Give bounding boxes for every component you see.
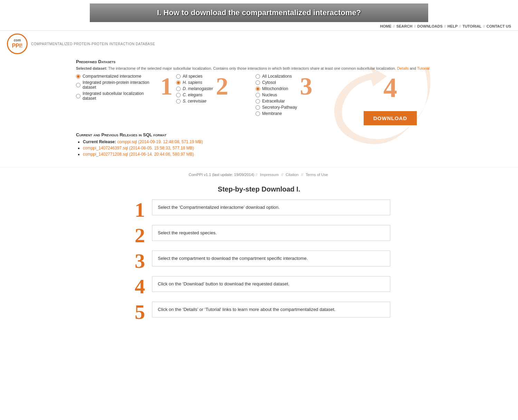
- logo-icon: com PPI!: [7, 33, 28, 54]
- nav-help[interactable]: HELP: [448, 24, 458, 28]
- loc-radio-nucleus[interactable]: [256, 93, 260, 97]
- nav-sep-1: //: [393, 24, 395, 28]
- step-num-4: 4: [383, 74, 397, 101]
- step-big-num-5: 5: [128, 302, 152, 322]
- sql-release-3-link[interactable]: comppi_1402771208.sql (2014-06-14. 20:44…: [83, 152, 194, 157]
- sql-release-1-link[interactable]: comppi.sql (2014-09-19. 12:48:08, 571.19…: [117, 139, 203, 144]
- col-species: All species H. sapiens D. melanogaster C…: [176, 74, 252, 105]
- top-navigation: HOME // SEARCH // DOWNLOADS // HELP // T…: [0, 22, 518, 31]
- species-option-worm[interactable]: C. elegans: [176, 92, 213, 97]
- species-option-human[interactable]: H. sapiens: [176, 80, 213, 85]
- sql-release-2: comppi_1407246397.sql (2014-08-05. 15:58…: [83, 146, 442, 150]
- species-radio-fly[interactable]: [176, 87, 181, 91]
- step-big-num-2: 2: [128, 225, 152, 246]
- footer-terms[interactable]: Terms of Use: [306, 173, 328, 177]
- loc-option-mito[interactable]: Mitochondrion: [256, 86, 297, 91]
- loc-option-membrane[interactable]: Membrane: [256, 111, 297, 116]
- loc-radio-cytosol[interactable]: [256, 80, 260, 85]
- species-radio-group: All species H. sapiens D. melanogaster C…: [176, 74, 213, 105]
- dataset-description: Selected dataset: The interactome of the…: [76, 66, 442, 70]
- nav-home[interactable]: HOME: [380, 24, 392, 28]
- sql-release-1: Current Release: comppi.sql (2014-09-19.…: [83, 139, 442, 144]
- step-box-4: Click on the ‘Download’ button to downlo…: [152, 276, 390, 292]
- download-button[interactable]: DOWNLOAD: [364, 111, 417, 125]
- sql-release-2-link[interactable]: comppi_1407246397.sql (2014-08-05. 15:58…: [83, 146, 194, 150]
- step-box-2: Select the requested species.: [152, 225, 390, 241]
- step-row-4: 4 Click on the ‘Download’ button to down…: [128, 276, 390, 297]
- predefined-datasets-section: Predefined Datasets Selected dataset: Th…: [76, 59, 442, 125]
- loc-radio-mito[interactable]: [256, 87, 260, 91]
- step-box-3: Select the compartment to download the c…: [152, 251, 390, 266]
- loc-option-cytosol[interactable]: Cytosol: [256, 80, 297, 85]
- step-big-num-3: 3: [128, 251, 152, 271]
- step-row-5: 5 Click on the ‘Details’ or ‘Tutorial’ l…: [128, 302, 390, 322]
- footer-version: ComPPI v1.1 (last update: 19/09/2014): [189, 173, 254, 177]
- footer: ComPPI v1.1 (last update: 19/09/2014) //…: [0, 167, 518, 182]
- loc-option-all[interactable]: All Localizations: [256, 74, 297, 79]
- species-radio-worm[interactable]: [176, 93, 181, 97]
- step-row-3: 3 Select the compartment to download the…: [128, 251, 390, 271]
- logo-ppi: PPI!: [12, 42, 22, 49]
- step-big-num-4: 4: [128, 276, 152, 297]
- loc-option-nucleus[interactable]: Nucleus: [256, 92, 297, 97]
- loc-radio-all[interactable]: [256, 74, 260, 79]
- sql-section-title: Current and Previous Releases in SQL for…: [76, 132, 442, 137]
- nav-sep-5: //: [483, 24, 485, 28]
- species-option-fly[interactable]: D. melanogaster: [176, 86, 213, 91]
- nav-contact[interactable]: CONTACT US: [487, 24, 511, 28]
- loc-option-extracell[interactable]: Extracellular: [256, 99, 297, 104]
- logo-com: com: [12, 38, 22, 42]
- loc-radio-secretory[interactable]: [256, 105, 260, 110]
- nav-sep-3: //: [444, 24, 446, 28]
- step-big-num-1: 1: [128, 199, 152, 220]
- nav-tutorial[interactable]: TUTORIAL: [462, 24, 481, 28]
- loc-radio-membrane[interactable]: [256, 111, 260, 116]
- nav-sep-4: //: [459, 24, 461, 28]
- nav-downloads[interactable]: DOWNLOADS: [417, 24, 442, 28]
- step-row-1: 1 Select the ‘Compartmentalized interact…: [128, 199, 390, 220]
- col-dataset: Compartmentalized interactome Integrated…: [76, 74, 173, 102]
- stepbystep-section: Step-by-step Download I. 1 Select the ‘C…: [121, 182, 397, 338]
- details-link[interactable]: Details: [397, 66, 409, 70]
- step-box-5: Click on the ‘Details’ or ‘Tutorial’ lin…: [152, 302, 390, 318]
- footer-citation[interactable]: Citation: [286, 173, 298, 177]
- predefined-section-title: Predefined Datasets: [76, 59, 442, 64]
- sql-releases-list: Current Release: comppi.sql (2014-09-19.…: [76, 139, 442, 157]
- tutorial-link[interactable]: Tutorial: [417, 66, 430, 70]
- dataset-option-3[interactable]: Integrated subcellular localization data…: [76, 91, 157, 101]
- loc-option-secretory[interactable]: Secretory-Pathway: [256, 105, 297, 110]
- stepbystep-title: Step-by-step Download I.: [128, 185, 390, 193]
- dataset-radio-group: Compartmentalized interactome Integrated…: [76, 74, 157, 102]
- dataset-radio-1[interactable]: [76, 74, 80, 79]
- species-radio-yeast[interactable]: [176, 99, 181, 104]
- loc-radio-extracell[interactable]: [256, 99, 260, 104]
- main-content: Predefined Datasets Selected dataset: Th…: [69, 56, 449, 164]
- dataset-radio-2[interactable]: [76, 83, 80, 87]
- logo-area: com PPI! Compartmentalized Protein-Prote…: [0, 31, 518, 56]
- species-radio-human[interactable]: [176, 80, 181, 85]
- sql-release-1-label: Current Release:: [83, 139, 116, 144]
- sql-releases-section: Current and Previous Releases in SQL for…: [76, 132, 442, 157]
- step-row-2: 2 Select the requested species.: [128, 225, 390, 246]
- species-option-yeast[interactable]: S. cerevisiae: [176, 99, 213, 104]
- species-option-all[interactable]: All species: [176, 74, 213, 79]
- col-download: 4 DOWNLOAD: [363, 74, 418, 125]
- step-num-2: 2: [216, 74, 228, 99]
- dataset-option-1[interactable]: Compartmentalized interactome: [76, 74, 157, 79]
- sql-release-3: comppi_1402771208.sql (2014-06-14. 20:44…: [83, 152, 442, 157]
- datasets-grid: Compartmentalized interactome Integrated…: [76, 74, 442, 125]
- page-banner-title: I. How to download the compartmentalized…: [97, 8, 421, 17]
- footer-impressum[interactable]: Impressum: [260, 173, 279, 177]
- localization-radio-group: All Localizations Cytosol Mitochondrion …: [256, 74, 297, 117]
- step-box-1: Select the ‘Compartmentalized interactom…: [152, 199, 390, 215]
- dataset-radio-3[interactable]: [76, 94, 80, 98]
- dataset-option-2[interactable]: Integrated protein-protein interaction d…: [76, 80, 157, 90]
- col-localizations: All Localizations Cytosol Mitochondrion …: [256, 74, 359, 117]
- step-num-1: 1: [160, 74, 173, 99]
- step-num-3: 3: [300, 74, 312, 99]
- logo-subtitle: Compartmentalized Protein-Protein Intera…: [31, 42, 155, 46]
- nav-search[interactable]: SEARCH: [396, 24, 412, 28]
- nav-sep-2: //: [414, 24, 416, 28]
- species-radio-all[interactable]: [176, 74, 181, 79]
